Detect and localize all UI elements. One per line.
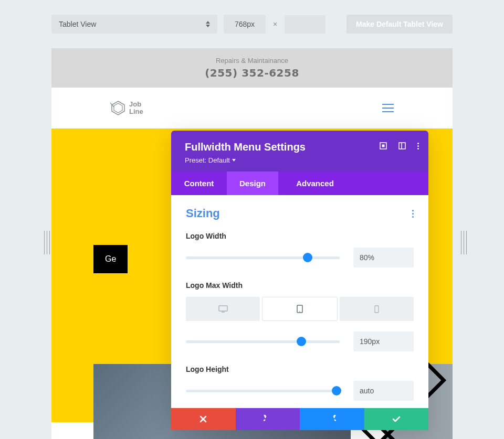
redo-icon xyxy=(328,415,336,423)
tab-design[interactable]: Design xyxy=(227,172,278,195)
check-icon xyxy=(392,416,401,422)
save-button[interactable] xyxy=(364,408,429,430)
field-label: Logo Height xyxy=(186,365,414,373)
phone-icon xyxy=(374,305,379,313)
cancel-button[interactable] xyxy=(171,408,236,430)
device-tab-desktop[interactable] xyxy=(186,297,260,321)
section-title: Sizing xyxy=(186,207,220,220)
logo-max-width-value[interactable] xyxy=(353,331,414,351)
tab-content[interactable]: Content xyxy=(171,172,227,195)
undo-icon xyxy=(264,415,272,423)
view-mode-select[interactable]: Tablet View xyxy=(51,15,217,34)
logo-text: Job Line xyxy=(129,101,143,115)
snap-icon[interactable] xyxy=(398,142,406,149)
logo-max-width-slider[interactable] xyxy=(186,340,340,343)
device-tab-tablet[interactable] xyxy=(262,297,337,321)
view-mode-value: Tablet View xyxy=(59,20,96,28)
panel-menu-icon[interactable] xyxy=(417,143,419,149)
resize-handle-left[interactable] xyxy=(44,231,50,254)
close-icon xyxy=(200,415,207,423)
top-banner: Repairs & Maintainance (255) 352-6258 xyxy=(51,48,453,88)
desktop-icon xyxy=(218,305,228,313)
svg-rect-11 xyxy=(399,143,405,149)
section-menu-icon[interactable] xyxy=(412,210,414,218)
tab-advanced[interactable]: Advanced xyxy=(278,172,352,195)
banner-subtitle: Repairs & Maintainance xyxy=(51,57,453,65)
svg-rect-17 xyxy=(375,306,379,313)
panel-header-actions xyxy=(380,142,419,149)
field-logo-width: Logo Width xyxy=(186,232,414,267)
section-header: Sizing xyxy=(186,207,414,220)
hamburger-icon[interactable] xyxy=(382,104,394,112)
undo-button[interactable] xyxy=(236,408,300,430)
panel-header: Fullwidth Menu Settings Preset: Default xyxy=(171,131,428,172)
field-logo-height: Logo Height xyxy=(186,365,414,401)
field-label: Logo Width xyxy=(186,232,414,240)
panel-tabs: Content Design Advanced xyxy=(171,172,428,195)
nav-bar: Job Line xyxy=(51,88,453,129)
redo-button[interactable] xyxy=(300,408,364,430)
responsive-device-tabs xyxy=(186,297,414,321)
logo-width-value[interactable] xyxy=(353,248,414,267)
field-label: Logo Max Width xyxy=(186,281,414,290)
caret-down-icon xyxy=(232,159,236,162)
logo-height-slider[interactable] xyxy=(186,390,340,392)
device-tab-phone[interactable] xyxy=(340,297,414,321)
viewport-width-input[interactable] xyxy=(224,15,266,34)
settings-panel: Fullwidth Menu Settings Preset: Default … xyxy=(171,131,428,430)
svg-rect-13 xyxy=(219,306,227,311)
select-caret-icon xyxy=(206,21,210,27)
logo-hex-icon xyxy=(110,100,126,116)
site-logo: Job Line xyxy=(110,100,143,116)
logo-height-value[interactable] xyxy=(353,381,414,401)
resize-handle-right[interactable] xyxy=(461,231,467,254)
logo-width-slider[interactable] xyxy=(186,256,340,259)
viewport-height-input[interactable] xyxy=(285,15,326,34)
panel-body: Sizing Logo Width Logo Max Width xyxy=(171,195,428,423)
banner-phone: (255) 352-6258 xyxy=(51,67,453,79)
make-default-button[interactable]: Make Default Tablet View xyxy=(346,15,453,34)
preset-selector[interactable]: Preset: Default xyxy=(185,156,415,164)
svg-rect-10 xyxy=(382,145,385,147)
panel-actions xyxy=(171,408,428,430)
responsive-toolbar: Tablet View × Make Default Tablet View xyxy=(0,0,504,48)
svg-marker-1 xyxy=(114,103,122,113)
svg-point-16 xyxy=(299,311,300,312)
field-logo-max-width: Logo Max Width xyxy=(186,281,414,351)
hero-cta-button[interactable]: Ge xyxy=(93,245,128,273)
expand-icon[interactable] xyxy=(380,142,387,149)
times-separator: × xyxy=(273,20,277,28)
tablet-icon xyxy=(297,305,303,313)
